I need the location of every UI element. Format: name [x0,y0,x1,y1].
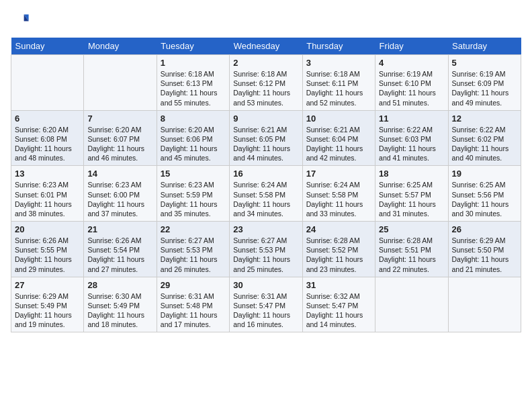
calendar-header-row: SundayMondayTuesdayWednesdayThursdayFrid… [11,38,521,55]
cell-content: Sunrise: 6:18 AM Sunset: 6:13 PM Dayligh… [161,69,226,107]
cell-content: Sunrise: 6:26 AM Sunset: 5:55 PM Dayligh… [15,236,80,274]
day-number: 31 [306,280,371,290]
calendar-day-header: Wednesday [230,38,302,55]
day-number: 3 [306,58,371,68]
logo-icon [11,11,30,30]
calendar-cell: 1Sunrise: 6:18 AM Sunset: 6:13 PM Daylig… [157,55,229,111]
cell-content: Sunrise: 6:28 AM Sunset: 5:52 PM Dayligh… [306,236,371,274]
day-number: 12 [452,113,517,124]
cell-content: Sunrise: 6:24 AM Sunset: 5:58 PM Dayligh… [233,180,298,218]
calendar-cell: 16Sunrise: 6:24 AM Sunset: 5:58 PM Dayli… [230,166,302,222]
calendar-cell: 31Sunrise: 6:32 AM Sunset: 5:47 PM Dayli… [302,277,375,332]
day-number: 26 [452,224,517,234]
calendar-week-row: 13Sunrise: 6:23 AM Sunset: 6:01 PM Dayli… [11,166,521,222]
calendar-cell: 29Sunrise: 6:31 AM Sunset: 5:48 PM Dayli… [157,277,229,332]
day-number: 9 [233,113,298,124]
day-number: 2 [233,58,298,68]
day-number: 4 [379,58,444,68]
logo [11,11,32,30]
calendar-week-row: 6Sunrise: 6:20 AM Sunset: 6:08 PM Daylig… [11,110,521,166]
cell-content: Sunrise: 6:22 AM Sunset: 6:03 PM Dayligh… [379,125,444,163]
calendar-cell: 2Sunrise: 6:18 AM Sunset: 6:12 PM Daylig… [230,55,302,111]
day-number: 16 [233,169,298,179]
calendar-cell: 26Sunrise: 6:29 AM Sunset: 5:50 PM Dayli… [448,222,521,277]
cell-content: Sunrise: 6:19 AM Sunset: 6:09 PM Dayligh… [452,69,517,107]
calendar: SundayMondayTuesdayWednesdayThursdayFrid… [11,38,521,332]
calendar-cell: 30Sunrise: 6:31 AM Sunset: 5:47 PM Dayli… [230,277,302,332]
day-number: 14 [87,169,152,179]
calendar-cell: 4Sunrise: 6:19 AM Sunset: 6:10 PM Daylig… [375,55,448,111]
cell-content: Sunrise: 6:21 AM Sunset: 6:04 PM Dayligh… [306,125,371,163]
day-number: 30 [233,280,298,290]
calendar-cell: 28Sunrise: 6:30 AM Sunset: 5:49 PM Dayli… [84,277,157,332]
calendar-week-row: 20Sunrise: 6:26 AM Sunset: 5:55 PM Dayli… [11,222,521,277]
cell-content: Sunrise: 6:18 AM Sunset: 6:11 PM Dayligh… [306,69,371,107]
calendar-day-header: Sunday [11,38,84,55]
day-number: 21 [87,224,152,234]
calendar-cell: 25Sunrise: 6:28 AM Sunset: 5:51 PM Dayli… [375,222,448,277]
cell-content: Sunrise: 6:27 AM Sunset: 5:53 PM Dayligh… [161,236,226,274]
day-number: 11 [379,113,444,124]
calendar-cell: 5Sunrise: 6:19 AM Sunset: 6:09 PM Daylig… [448,55,521,111]
calendar-cell: 13Sunrise: 6:23 AM Sunset: 6:01 PM Dayli… [11,166,84,222]
day-number: 28 [87,280,152,290]
calendar-cell: 19Sunrise: 6:25 AM Sunset: 5:56 PM Dayli… [448,166,521,222]
day-number: 1 [161,58,226,68]
cell-content: Sunrise: 6:31 AM Sunset: 5:47 PM Dayligh… [233,291,298,330]
calendar-cell: 9Sunrise: 6:21 AM Sunset: 6:05 PM Daylig… [230,110,302,166]
cell-content: Sunrise: 6:20 AM Sunset: 6:08 PM Dayligh… [15,125,80,163]
day-number: 19 [452,169,517,179]
calendar-day-header: Monday [84,38,157,55]
calendar-cell: 24Sunrise: 6:28 AM Sunset: 5:52 PM Dayli… [302,222,375,277]
calendar-cell: 21Sunrise: 6:26 AM Sunset: 5:54 PM Dayli… [84,222,157,277]
calendar-cell [84,55,157,111]
day-number: 20 [15,224,80,234]
calendar-cell: 10Sunrise: 6:21 AM Sunset: 6:04 PM Dayli… [302,110,375,166]
day-number: 17 [306,169,371,179]
calendar-cell [448,277,521,332]
cell-content: Sunrise: 6:20 AM Sunset: 6:06 PM Dayligh… [161,125,226,163]
cell-content: Sunrise: 6:31 AM Sunset: 5:48 PM Dayligh… [161,291,226,330]
cell-content: Sunrise: 6:20 AM Sunset: 6:07 PM Dayligh… [87,125,152,163]
calendar-day-header: Thursday [302,38,375,55]
cell-content: Sunrise: 6:22 AM Sunset: 6:02 PM Dayligh… [452,125,517,163]
cell-content: Sunrise: 6:24 AM Sunset: 5:58 PM Dayligh… [306,180,371,218]
calendar-cell [375,277,448,332]
calendar-cell: 6Sunrise: 6:20 AM Sunset: 6:08 PM Daylig… [11,110,84,166]
cell-content: Sunrise: 6:19 AM Sunset: 6:10 PM Dayligh… [379,69,444,107]
calendar-cell: 20Sunrise: 6:26 AM Sunset: 5:55 PM Dayli… [11,222,84,277]
cell-content: Sunrise: 6:30 AM Sunset: 5:49 PM Dayligh… [87,291,152,330]
cell-content: Sunrise: 6:23 AM Sunset: 5:59 PM Dayligh… [161,180,226,218]
calendar-cell: 23Sunrise: 6:27 AM Sunset: 5:53 PM Dayli… [230,222,302,277]
day-number: 27 [15,280,80,290]
day-number: 24 [306,224,371,234]
day-number: 10 [306,113,371,124]
calendar-week-row: 1Sunrise: 6:18 AM Sunset: 6:13 PM Daylig… [11,55,521,111]
calendar-day-header: Saturday [448,38,521,55]
calendar-cell: 17Sunrise: 6:24 AM Sunset: 5:58 PM Dayli… [302,166,375,222]
calendar-cell: 12Sunrise: 6:22 AM Sunset: 6:02 PM Dayli… [448,110,521,166]
cell-content: Sunrise: 6:21 AM Sunset: 6:05 PM Dayligh… [233,125,298,163]
calendar-cell: 22Sunrise: 6:27 AM Sunset: 5:53 PM Dayli… [157,222,229,277]
cell-content: Sunrise: 6:23 AM Sunset: 6:00 PM Dayligh… [87,180,152,218]
day-number: 23 [233,224,298,234]
day-number: 5 [452,58,517,68]
calendar-cell: 8Sunrise: 6:20 AM Sunset: 6:06 PM Daylig… [157,110,229,166]
cell-content: Sunrise: 6:29 AM Sunset: 5:50 PM Dayligh… [452,236,517,274]
calendar-cell: 11Sunrise: 6:22 AM Sunset: 6:03 PM Dayli… [375,110,448,166]
day-number: 13 [15,169,80,179]
calendar-cell: 18Sunrise: 6:25 AM Sunset: 5:57 PM Dayli… [375,166,448,222]
calendar-cell: 15Sunrise: 6:23 AM Sunset: 5:59 PM Dayli… [157,166,229,222]
day-number: 25 [379,224,444,234]
cell-content: Sunrise: 6:23 AM Sunset: 6:01 PM Dayligh… [15,180,80,218]
page-header [11,11,521,30]
cell-content: Sunrise: 6:32 AM Sunset: 5:47 PM Dayligh… [306,291,371,330]
cell-content: Sunrise: 6:18 AM Sunset: 6:12 PM Dayligh… [233,69,298,107]
calendar-cell: 3Sunrise: 6:18 AM Sunset: 6:11 PM Daylig… [302,55,375,111]
calendar-cell: 7Sunrise: 6:20 AM Sunset: 6:07 PM Daylig… [84,110,157,166]
cell-content: Sunrise: 6:26 AM Sunset: 5:54 PM Dayligh… [87,236,152,274]
cell-content: Sunrise: 6:29 AM Sunset: 5:49 PM Dayligh… [15,291,80,330]
day-number: 15 [161,169,226,179]
cell-content: Sunrise: 6:25 AM Sunset: 5:57 PM Dayligh… [379,180,444,218]
day-number: 29 [161,280,226,290]
